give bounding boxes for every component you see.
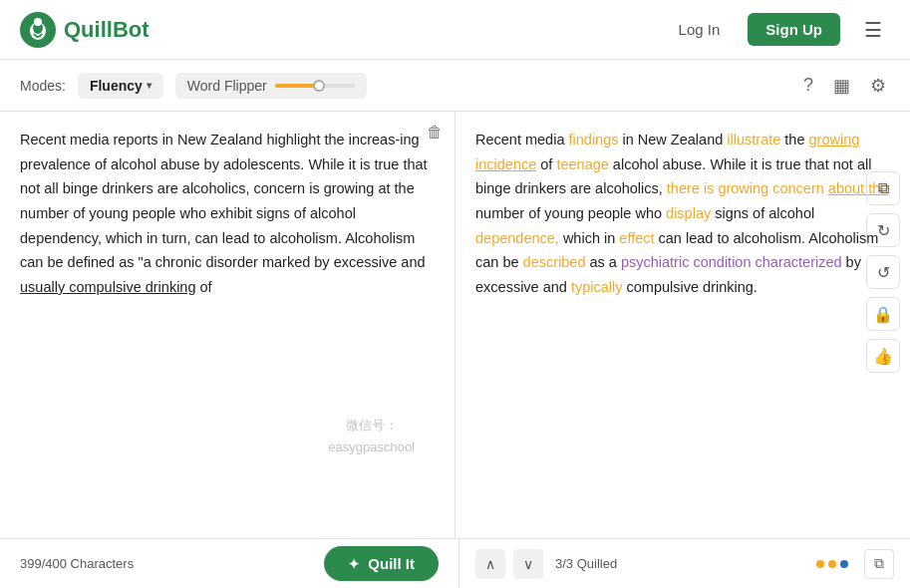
help-button[interactable]: ?	[799, 71, 817, 100]
down-arrow-icon: ∨	[523, 556, 533, 572]
quill-it-button[interactable]: ✦ Quill It	[324, 546, 439, 581]
word-flipper-label: Word Flipper	[187, 78, 267, 94]
delete-button[interactable]: 🗑	[427, 124, 443, 142]
thumbsup-icon: 👍	[873, 347, 893, 366]
copy-output-button[interactable]: ⧉	[866, 171, 900, 205]
thumbsup-button[interactable]: 👍	[866, 339, 900, 373]
next-quill-button[interactable]: ∨	[513, 549, 543, 579]
output-illustrate: illustrate	[727, 132, 780, 147]
refresh-icon: ↻	[877, 221, 890, 240]
settings-button[interactable]: ⚙	[866, 71, 890, 101]
output-display: display	[666, 205, 711, 221]
bottom-left: 399/400 Characters ✦ Quill It	[0, 539, 459, 588]
output-plain-6: number of young people who	[475, 205, 666, 221]
output-plain-8: which in	[559, 230, 619, 246]
char-count: 399/400 Characters	[20, 556, 134, 571]
hamburger-menu-button[interactable]: ☰	[856, 14, 890, 46]
login-button[interactable]: Log In	[667, 15, 733, 44]
input-panel[interactable]: 🗑 Recent media reports in New Zealand hi…	[0, 112, 455, 538]
toolbar-left: Modes: Fluency ▾ Word Flipper	[20, 73, 367, 99]
input-text: Recent media reports in New Zealand high…	[20, 128, 435, 299]
quilled-count: 3/3 Quilled	[555, 556, 617, 571]
output-dependence: dependence,	[475, 230, 559, 246]
watermark-line1: 微信号：	[328, 415, 415, 437]
output-there-is: there is growing concern	[667, 180, 824, 196]
right-actions: ⧉ ↻ ↺ 🔒 👍	[866, 171, 900, 373]
logo-area: QuillBot	[20, 12, 150, 48]
fluency-chevron-icon: ▾	[147, 80, 152, 91]
output-text: Recent media findings in New Zealand ill…	[475, 128, 890, 299]
svg-point-3	[34, 18, 42, 26]
help-icon: ?	[803, 75, 813, 96]
up-arrow-icon: ∧	[485, 556, 495, 572]
header-right: Log In Sign Up ☰	[667, 13, 890, 46]
toolbar-right: ? ▦ ⚙	[799, 71, 890, 101]
quill-feather-icon: ✦	[348, 556, 360, 572]
slider-thumb	[313, 80, 325, 92]
undo-icon: ↺	[877, 263, 890, 282]
output-plain-start: Recent media	[475, 132, 569, 147]
undo-button[interactable]: ↺	[866, 255, 900, 289]
dot-3	[840, 560, 848, 568]
bottom-right: ∧ ∨ 3/3 Quilled ⧉	[459, 539, 910, 588]
quill-it-label: Quill It	[368, 555, 415, 572]
fluency-mode-label: Fluency	[90, 78, 143, 94]
dot-1	[816, 560, 824, 568]
main-area: 🗑 Recent media reports in New Zealand hi…	[0, 112, 910, 538]
output-plain-3: of	[536, 156, 556, 172]
refresh-button[interactable]: ↻	[866, 213, 900, 247]
bottom-bar: 399/400 Characters ✦ Quill It ∧ ∨ 3/3 Qu…	[0, 538, 910, 588]
lock-button[interactable]: 🔒	[866, 297, 900, 331]
prev-quill-button[interactable]: ∧	[475, 549, 505, 579]
logo-text: QuillBot	[64, 17, 150, 43]
dot-indicators	[816, 560, 848, 568]
copy-icon: ⧉	[878, 179, 889, 197]
word-flipper-control[interactable]: Word Flipper	[175, 73, 367, 99]
output-panel: Recent media findings in New Zealand ill…	[455, 112, 910, 538]
fluency-mode-button[interactable]: Fluency ▾	[78, 73, 163, 99]
settings-icon: ⚙	[870, 75, 886, 97]
word-flipper-slider[interactable]	[275, 84, 355, 88]
copy-output-bottom-button[interactable]: ⧉	[864, 549, 894, 579]
output-plain-10: as a	[585, 254, 620, 270]
output-plain-7: signs of alcohol	[711, 205, 814, 221]
output-teenage: teenage	[556, 156, 608, 172]
signup-button[interactable]: Sign Up	[748, 13, 840, 46]
output-typically: typically	[571, 279, 623, 295]
dot-2	[828, 560, 836, 568]
header: QuillBot Log In Sign Up ☰	[0, 0, 910, 60]
watermark-line2: easygpaschool	[328, 437, 415, 458]
output-plain-2: the	[780, 132, 808, 147]
toolbar: Modes: Fluency ▾ Word Flipper ? ▦ ⚙	[0, 60, 910, 112]
output-findings: findings	[569, 132, 619, 147]
output-described: described	[523, 254, 586, 270]
output-plain-1: in New Zealand	[618, 132, 727, 147]
output-plain-12: compulsive drinking.	[623, 279, 758, 295]
analytics-button[interactable]: ▦	[829, 71, 854, 101]
output-psychiatric: psychiatric condition characterized	[621, 254, 842, 270]
chart-icon: ▦	[833, 75, 850, 97]
modes-label: Modes:	[20, 78, 66, 94]
lock-icon: 🔒	[873, 305, 893, 324]
watermark: 微信号： easygpaschool	[328, 415, 415, 458]
output-effect: effect	[619, 230, 654, 246]
logo-icon	[20, 12, 56, 48]
copy-bottom-icon: ⧉	[874, 555, 884, 572]
